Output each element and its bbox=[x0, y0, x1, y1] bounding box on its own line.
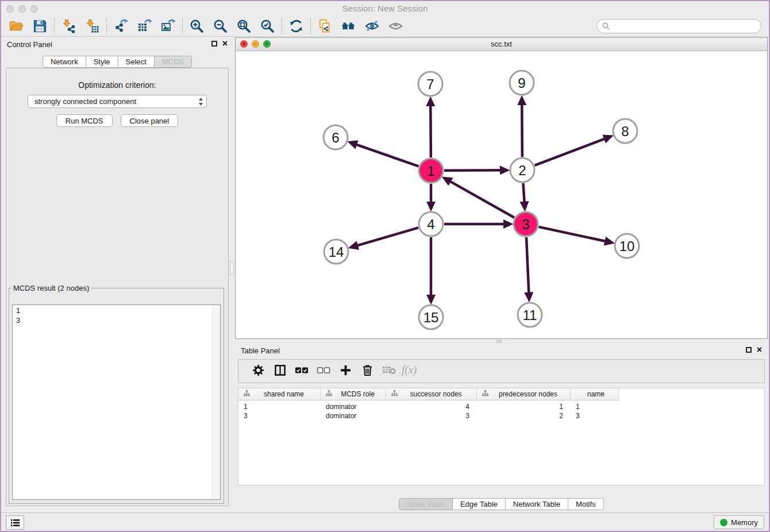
graph-node-label-2: 2 bbox=[518, 163, 526, 178]
export-network-button[interactable] bbox=[109, 17, 133, 36]
table-cell[interactable]: 2 bbox=[477, 412, 571, 420]
network-window-titlebar[interactable]: × – + scc.txt bbox=[236, 38, 767, 51]
column-header-predecessor-nodes[interactable]: predecessor nodes bbox=[477, 388, 571, 400]
graph-edge-2-8[interactable] bbox=[535, 139, 605, 165]
toolbar-separator bbox=[282, 18, 282, 34]
tab-network[interactable]: Network bbox=[43, 56, 86, 68]
network-view-title: scc.txt bbox=[236, 38, 767, 51]
tab-network-table[interactable]: Network Table bbox=[505, 498, 568, 510]
memory-button[interactable]: Memory bbox=[714, 515, 764, 529]
table-settings-gear-button[interactable] bbox=[247, 363, 269, 380]
zoom-selected-button[interactable] bbox=[256, 17, 279, 36]
delete-row-button[interactable] bbox=[356, 363, 378, 380]
graph-edge-1-7[interactable] bbox=[430, 106, 431, 157]
eye-slash-button[interactable] bbox=[360, 17, 384, 36]
open-folder-button[interactable] bbox=[5, 17, 28, 36]
network-canvas[interactable]: 7968124314101511 bbox=[236, 51, 767, 338]
tab-mcds[interactable]: MCDS bbox=[154, 56, 192, 68]
add-row-button[interactable] bbox=[334, 363, 356, 380]
graph-edge-3-11[interactable] bbox=[526, 237, 529, 292]
show-columns-button[interactable] bbox=[269, 363, 291, 380]
graph-edge-4-14[interactable] bbox=[357, 228, 418, 245]
list-icon bbox=[10, 518, 20, 527]
graph-edge-2-3[interactable] bbox=[523, 183, 524, 202]
tab-motifs[interactable]: Motifs bbox=[568, 498, 604, 510]
graph-edge-3-10[interactable] bbox=[538, 227, 605, 241]
minimize-window-button[interactable] bbox=[18, 5, 26, 13]
column-header-shared-name[interactable]: shared name bbox=[238, 388, 321, 400]
close-window-button[interactable] bbox=[6, 5, 14, 13]
close-view-button[interactable]: × bbox=[240, 40, 248, 48]
window-title: Session: New Session bbox=[1, 1, 769, 16]
maximize-window-button[interactable] bbox=[30, 5, 38, 13]
import-table-button[interactable] bbox=[80, 17, 104, 36]
eye-button[interactable] bbox=[384, 17, 407, 36]
import-network-icon bbox=[61, 18, 76, 34]
home-houses-button[interactable] bbox=[337, 17, 360, 36]
show-columns-icon bbox=[274, 364, 286, 379]
deselect-all-rows-button[interactable] bbox=[313, 363, 334, 380]
refresh-button[interactable] bbox=[284, 17, 308, 36]
graph-edge-1-6[interactable] bbox=[357, 145, 418, 167]
zoom-fit-button[interactable] bbox=[232, 17, 256, 36]
tab-style[interactable]: Style bbox=[86, 56, 118, 68]
memory-label: Memory bbox=[731, 518, 758, 527]
export-image-button[interactable] bbox=[156, 17, 180, 36]
search-input[interactable] bbox=[613, 21, 761, 32]
column-header-name[interactable]: name bbox=[571, 388, 619, 400]
graph-edge-3-1[interactable] bbox=[451, 182, 514, 218]
delete-table-button bbox=[378, 363, 400, 380]
zoom-view-button[interactable]: + bbox=[263, 40, 271, 48]
table-cell[interactable]: 1 bbox=[238, 403, 321, 411]
export-table-button[interactable] bbox=[133, 17, 156, 36]
close-panel-icon[interactable]: × bbox=[222, 40, 228, 48]
result-scrollbar[interactable] bbox=[212, 305, 220, 499]
graph-edge-1-2[interactable] bbox=[444, 170, 500, 171]
run-mcds-button[interactable]: Run MCDS bbox=[56, 114, 113, 127]
graph-node-label-1: 1 bbox=[427, 163, 434, 179]
tab-edge-table[interactable]: Edge Table bbox=[452, 498, 506, 510]
tab-select[interactable]: Select bbox=[118, 56, 155, 68]
zoom-in-button[interactable] bbox=[185, 17, 209, 36]
svg-text:f(x): f(x) bbox=[402, 364, 417, 376]
mcds-result-text[interactable]: 13 bbox=[12, 304, 221, 500]
table-row[interactable]: 1dominator411 bbox=[238, 402, 764, 411]
table-cell[interactable]: 3 bbox=[238, 412, 321, 420]
column-header-mcds-role[interactable]: MCDS role bbox=[321, 388, 386, 400]
optimization-criterion-label: Optimization criterion: bbox=[6, 80, 228, 90]
table-cell[interactable]: 3 bbox=[571, 412, 619, 420]
zoom-out-button[interactable] bbox=[209, 17, 232, 36]
status-bar: Memory bbox=[1, 512, 769, 531]
import-network-button[interactable] bbox=[57, 17, 80, 36]
criterion-value: strongly connected component bbox=[34, 97, 136, 106]
control-panel-tabs: NetworkStyleSelectMCDS bbox=[1, 56, 233, 68]
float-panel-icon[interactable] bbox=[211, 41, 217, 47]
float-table-panel-icon[interactable] bbox=[746, 347, 752, 353]
window-controls[interactable] bbox=[6, 5, 38, 13]
table-cell[interactable]: 1 bbox=[477, 403, 571, 411]
table-cell[interactable]: 3 bbox=[386, 412, 477, 420]
table-row[interactable]: 3dominator323 bbox=[238, 411, 764, 421]
graph-node-label-8: 8 bbox=[621, 124, 629, 139]
delete-table-icon bbox=[382, 365, 396, 377]
main-area: Control Panel × NetworkStyleSelectMCDS O… bbox=[1, 37, 769, 513]
save-disk-button[interactable] bbox=[28, 17, 52, 36]
table-cell[interactable]: 1 bbox=[571, 403, 619, 411]
tab-node-table[interactable]: Node Table bbox=[399, 498, 453, 510]
close-table-panel-icon[interactable]: × bbox=[757, 346, 762, 354]
minimize-view-button[interactable]: – bbox=[252, 40, 259, 48]
select-stepper-icon bbox=[198, 97, 203, 110]
close-panel-button[interactable]: Close panel bbox=[121, 114, 179, 127]
table-settings-gear-icon bbox=[252, 364, 264, 379]
search-box[interactable] bbox=[596, 19, 761, 33]
criterion-select[interactable]: strongly connected component bbox=[28, 95, 207, 108]
share-document-button[interactable] bbox=[313, 17, 337, 36]
column-header-successor-nodes[interactable]: successor nodes bbox=[386, 388, 477, 400]
table-cell[interactable]: dominator bbox=[321, 412, 386, 420]
table-cell[interactable]: 4 bbox=[386, 403, 477, 411]
function-builder-icon: f(x) bbox=[401, 363, 421, 379]
table-cell[interactable]: dominator bbox=[321, 403, 386, 411]
task-history-button[interactable] bbox=[6, 515, 24, 530]
select-all-rows-button[interactable] bbox=[291, 363, 313, 380]
graph-edge-2-9[interactable] bbox=[522, 105, 522, 157]
